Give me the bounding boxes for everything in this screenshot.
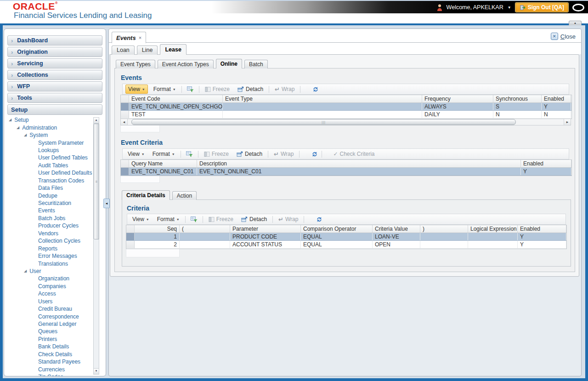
scrollbar-thumb[interactable]: |||	[131, 119, 516, 125]
detach-button[interactable]: Detach	[235, 85, 266, 93]
tree-node-user[interactable]: ◢User	[4, 267, 106, 275]
tree-node-securitization[interactable]: Securitization	[4, 199, 106, 207]
tree-node-zip-codes[interactable]: Zip Codes	[4, 373, 106, 376]
tree-node-check-details[interactable]: Check Details	[4, 351, 106, 358]
view-menu-button[interactable]: View▼	[130, 215, 152, 223]
tree-node-correspondence[interactable]: Correspondence	[4, 313, 106, 320]
refresh-icon[interactable]	[316, 216, 323, 223]
scrollbar-track[interactable]: |||	[128, 119, 564, 125]
query-by-example-icon[interactable]	[187, 86, 194, 92]
format-menu-button[interactable]: Format▼	[150, 150, 177, 158]
events-horizontal-scrollbar[interactable]: ◄ ||| ►	[120, 119, 571, 125]
tab-events-document[interactable]: Events ×	[112, 32, 146, 43]
sidebar-item-tools[interactable]: ›Tools	[7, 93, 102, 103]
tree-node-access[interactable]: Access	[4, 290, 106, 297]
row-selector[interactable]	[121, 103, 129, 110]
detach-button[interactable]: Detach	[239, 215, 269, 223]
tree-node-setup[interactable]: ◢Setup	[4, 116, 106, 124]
tree-node-data-files[interactable]: Data Files	[4, 184, 106, 192]
tree-node-users[interactable]: Users	[4, 298, 106, 305]
column-header[interactable]: Enabled	[521, 160, 571, 167]
sign-out-button[interactable]: Sign Out [QA]	[515, 3, 568, 12]
freeze-button[interactable]: Freeze	[203, 85, 232, 93]
tab-criteria-details[interactable]: Criteria Details	[122, 190, 170, 200]
tree-node-user-defined-defaults[interactable]: User Defined Defaults	[4, 169, 106, 176]
row-selector[interactable]	[121, 168, 129, 175]
freeze-button[interactable]: Freeze	[202, 150, 231, 158]
column-header[interactable]: (	[180, 225, 230, 233]
sidebar-item-dashboard[interactable]: ›DashBoard	[7, 35, 102, 45]
tree-node-producer-cycles[interactable]: Producer Cycles	[4, 222, 106, 229]
scroll-up-button[interactable]: ▲	[94, 118, 99, 124]
sidebar-collapse-handle[interactable]: ◄	[103, 199, 110, 208]
check-criteria-button[interactable]: ✓Check Criteria	[331, 150, 377, 158]
tree-node-reports[interactable]: Reports	[4, 245, 106, 252]
tree-node-audit-tables[interactable]: Audit Tables	[4, 162, 106, 169]
sidebar-item-servicing[interactable]: ›Servicing	[7, 58, 102, 68]
user-menu-caret-icon[interactable]: ▼	[508, 6, 511, 10]
tree-node-batch-jobs[interactable]: Batch Jobs	[4, 215, 106, 222]
tree-node-translations[interactable]: Translations	[4, 260, 106, 267]
tree-node-vendors[interactable]: Vendors	[4, 230, 106, 237]
wrap-button[interactable]: ↵Wrap	[271, 150, 296, 159]
collapse-panel-tab[interactable]: ▲	[569, 21, 582, 25]
tree-node-bank-details[interactable]: Bank Details	[4, 343, 106, 350]
detach-button[interactable]: Detach	[234, 150, 265, 158]
criteria-table-row[interactable]: 2 ACCOUNT STATUS EQUAL OPEN Y	[126, 241, 566, 249]
query-by-example-icon[interactable]	[186, 151, 193, 157]
tab-batch[interactable]: Batch	[244, 60, 268, 68]
column-header[interactable]: Event Type	[223, 95, 422, 102]
column-header[interactable]: Enabled	[518, 225, 566, 233]
column-header[interactable]: Query Name	[129, 160, 197, 167]
refresh-icon[interactable]	[312, 86, 319, 93]
freeze-button[interactable]: Freeze	[206, 215, 236, 223]
scrollbar-thumb[interactable]: ≡	[94, 124, 99, 239]
column-header[interactable]: Event Code	[129, 95, 223, 102]
scroll-left-button[interactable]: ◄	[121, 119, 128, 125]
tree-node-queues[interactable]: Queues	[4, 328, 106, 335]
column-header[interactable]: Description	[197, 160, 521, 167]
event-criteria-table-row[interactable]: EVE_TCN_ONLINE_C01 EVE_TCN_ONLINE_C01 Y	[121, 168, 571, 176]
wrap-button[interactable]: ↵Wrap	[272, 85, 297, 94]
sidebar-item-collections[interactable]: ›Collections	[7, 70, 102, 80]
tree-node-system-parameter[interactable]: System Parameter	[4, 139, 106, 146]
tree-node-user-defined-tables[interactable]: User Defined Tables	[4, 154, 106, 161]
row-selector[interactable]	[121, 111, 129, 118]
tab-close-icon[interactable]: ×	[139, 35, 141, 40]
tree-node-system[interactable]: ◢System	[4, 131, 106, 139]
tree-node-credit-bureau[interactable]: Credit Bureau	[4, 305, 106, 313]
tree-node-administration[interactable]: ◢Administration	[4, 124, 106, 131]
tree-node-error-messages[interactable]: Error Messages	[4, 252, 106, 260]
expanded-node-icon[interactable]: ◢	[9, 118, 11, 122]
tab-action[interactable]: Action	[172, 191, 197, 200]
scroll-right-button[interactable]: ►	[564, 119, 571, 125]
tree-node-currencies[interactable]: Currencies	[4, 365, 106, 373]
expanded-node-icon[interactable]: ◢	[24, 133, 27, 137]
view-menu-button[interactable]: View▼	[125, 150, 147, 158]
tree-node-collection-cycles[interactable]: Collection Cycles	[4, 237, 106, 245]
row-selector[interactable]	[126, 233, 135, 240]
tab-line[interactable]: Line	[137, 45, 158, 55]
tree-node-events[interactable]: Events	[4, 207, 106, 214]
sidebar-item-wfp[interactable]: ›WFP	[7, 81, 102, 91]
column-header[interactable]: Seq	[135, 225, 180, 233]
column-header[interactable]: Frequency	[422, 95, 493, 102]
query-by-example-icon[interactable]	[191, 216, 198, 222]
tree-node-companies[interactable]: Companies	[4, 283, 106, 290]
expanded-node-icon[interactable]: ◢	[24, 269, 27, 273]
tree-node-transaction-codes[interactable]: Transaction Codes	[4, 177, 106, 184]
events-table-row[interactable]: TEST DAILY N N	[121, 111, 571, 119]
wrap-button[interactable]: ↵Wrap	[276, 215, 300, 224]
refresh-icon[interactable]	[311, 151, 318, 158]
close-button[interactable]: ✕ Close	[551, 33, 576, 40]
criteria-table-row[interactable]: 1 PRODUCT CODE EQUAL LOAN-VE Y	[126, 233, 566, 241]
tab-online[interactable]: Online	[216, 59, 242, 68]
row-selector[interactable]	[126, 241, 135, 248]
tree-scrollbar[interactable]: ▲ ≡ ▼	[93, 117, 99, 375]
tab-event-action-types[interactable]: Event Action Types	[158, 60, 214, 68]
view-menu-button[interactable]: View▼	[125, 85, 148, 94]
format-menu-button[interactable]: Format▼	[151, 85, 178, 93]
tree-node-organization[interactable]: Organization	[4, 275, 106, 282]
column-header[interactable]: Logical Expression	[468, 225, 518, 233]
column-header[interactable]: Parameter	[230, 225, 301, 233]
